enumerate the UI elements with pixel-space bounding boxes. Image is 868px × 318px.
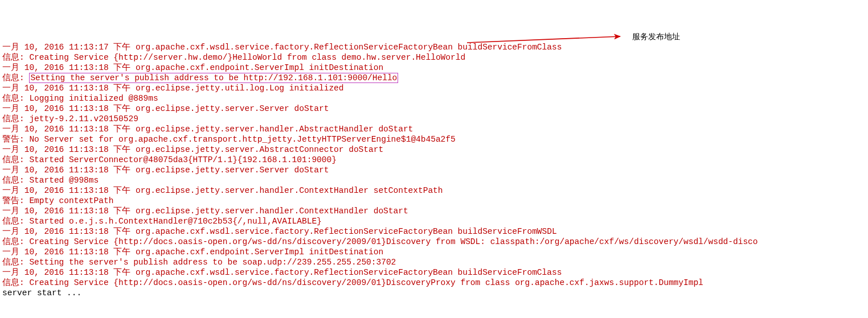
log-line: 信息: Setting the server's publish address…: [2, 258, 396, 267]
log-line: 信息: Creating Service {http://server.hw.d…: [2, 53, 465, 62]
log-line: 一月 10, 2016 11:13:18 下午 org.eclipse.jett…: [2, 104, 329, 113]
log-line: 一月 10, 2016 11:13:18 下午 org.apache.cxf.e…: [2, 247, 383, 257]
log-line: 一月 10, 2016 11:13:18 下午 org.eclipse.jett…: [2, 186, 443, 195]
publish-address-highlight: Setting the server's publish address to …: [29, 73, 398, 83]
log-line: 信息: Setting the server's publish address…: [2, 73, 398, 83]
log-line: 一月 10, 2016 11:13:18 下午 org.eclipse.jett…: [2, 125, 413, 134]
log-line: 信息: Logging initialized @889ms: [2, 94, 158, 103]
log-line: 一月 10, 2016 11:13:18 下午 org.eclipse.jett…: [2, 166, 329, 175]
log-line: 一月 10, 2016 11:13:18 下午 org.eclipse.jett…: [2, 145, 383, 154]
annotation-label: 服务发布地址: [632, 31, 680, 42]
log-line: 信息: Started @998ms: [2, 176, 99, 185]
log-line: server start ...: [2, 288, 81, 298]
log-line: 一月 10, 2016 11:13:18 下午 org.apache.cxf.e…: [2, 63, 383, 72]
log-line: 信息: jetty-9.2.11.v20150529: [2, 114, 138, 123]
log-line: 一月 10, 2016 11:13:18 下午 org.apache.cxf.w…: [2, 227, 557, 236]
console-output: 一月 10, 2016 11:13:17 下午 org.apache.cxf.w…: [2, 42, 868, 298]
log-line: 信息: Creating Service {http://docs.oasis-…: [2, 237, 758, 246]
log-line: 信息: Started o.e.j.s.h.ContextHandler@710…: [2, 217, 322, 226]
log-line: 警告: Empty contextPath: [2, 196, 113, 205]
log-line: 一月 10, 2016 11:13:18 下午 org.eclipse.jett…: [2, 84, 344, 93]
log-line: 警告: No Server set for org.apache.cxf.tra…: [2, 135, 456, 144]
log-line: 一月 10, 2016 11:13:18 下午 org.eclipse.jett…: [2, 207, 408, 216]
log-line: 信息: Started ServerConnector@48075da3{HTT…: [2, 155, 337, 164]
log-line: 一月 10, 2016 11:13:17 下午 org.apache.cxf.w…: [2, 43, 562, 52]
log-line: 一月 10, 2016 11:13:18 下午 org.apache.cxf.w…: [2, 268, 562, 277]
log-line: 信息: Creating Service {http://docs.oasis-…: [2, 278, 703, 287]
